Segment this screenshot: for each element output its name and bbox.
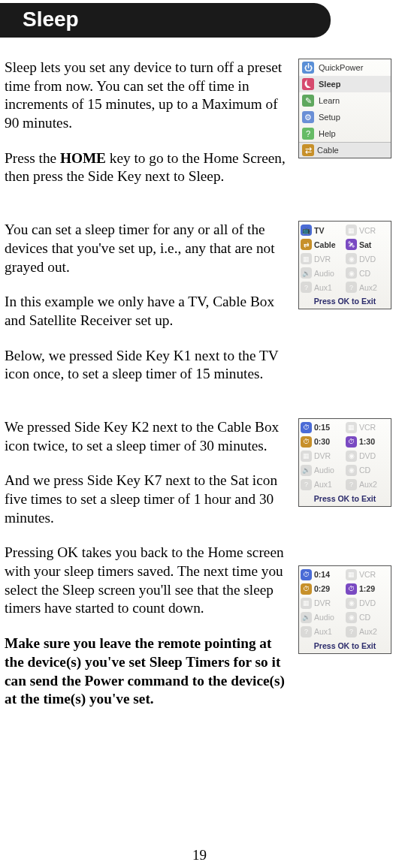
grid-row: ?Aux1?Aux2 xyxy=(301,625,389,639)
ok-footer: Press OK to Exit xyxy=(299,492,391,506)
ok-footer: Press OK to Exit xyxy=(299,294,391,309)
grid-cell-label: Cable xyxy=(314,240,336,249)
grid-cell-icon: ⏱ xyxy=(346,436,357,448)
grid-row: 🔊Audio◉CD xyxy=(301,610,389,625)
grid-row: ⇄Cable🛰Sat xyxy=(301,237,389,252)
menu-item: ⏾Sleep xyxy=(299,76,391,92)
menu-footer: ⇄Cable xyxy=(299,142,391,158)
section-3-text: We pressed Side Key K2 next to the Cable… xyxy=(5,418,298,725)
grid-cell: 🔊Audio xyxy=(301,465,344,476)
grid-cell-icon: ⏱ xyxy=(301,583,312,595)
menu-item-icon: ⏾ xyxy=(302,78,314,90)
grid-cell-icon: ▦ xyxy=(346,225,357,236)
section-2-figure: 📺TV▦VCR⇄Cable🛰Sat▦DVR◉DVD🔊Audio◉CD?Aux1?… xyxy=(298,221,393,326)
grid-cell: 🔊Audio xyxy=(301,612,344,623)
grid-cell-label: Audio xyxy=(314,269,334,278)
grid-cell-icon: 🛰 xyxy=(346,239,357,250)
grid-cell: ▦VCR xyxy=(346,422,389,433)
grid-cell-icon: ⏱ xyxy=(301,422,312,433)
grid-row: ▦DVR◉DVD xyxy=(301,596,389,610)
grid-row: 🔊Audio◉CD xyxy=(301,463,389,478)
ok-footer: Press OK to Exit xyxy=(299,639,391,653)
grid-cell: ⏱1:29 xyxy=(346,583,389,595)
grid-row: ▦DVR◉DVD xyxy=(301,449,389,463)
s1-p2: Press the HOME key to go to the Home Scr… xyxy=(5,149,292,186)
grid-cell-icon: ? xyxy=(301,479,312,490)
menu-item-icon: ⏻ xyxy=(302,62,314,74)
grid-cell: ⏱0:29 xyxy=(301,583,344,595)
grid-cell-icon: ▦ xyxy=(301,451,312,462)
grid-cell: ⇄Cable xyxy=(301,239,344,250)
grid-row: ⏱0:15▦VCR xyxy=(301,420,389,435)
grid-cell: ?Aux2 xyxy=(346,479,389,490)
grid-cell-label: Audio xyxy=(314,466,334,475)
grid-cell-icon: 🔊 xyxy=(301,267,312,279)
grid-cell: ▦DVR xyxy=(301,253,344,264)
device-grid-screenshot: 📺TV▦VCR⇄Cable🛰Sat▦DVR◉DVD🔊Audio◉CD?Aux1?… xyxy=(298,221,391,309)
grid-cell-icon: ? xyxy=(346,282,357,293)
grid-cell-icon: ▦ xyxy=(301,253,312,264)
menu-item-label: Learn xyxy=(319,96,340,105)
grid-cell-label: DVR xyxy=(314,598,331,607)
grid-cell-label: CD xyxy=(359,269,370,278)
grid-cell-label: Aux2 xyxy=(359,283,377,292)
grid-cell-label: VCR xyxy=(359,570,376,579)
timer-grid-screenshot-b: ⏱0:14▦VCR⏱0:29⏱1:29▦DVR◉DVD🔊Audio◉CD?Aux… xyxy=(298,565,391,654)
footer-label: Cable xyxy=(317,146,339,155)
section-1: Sleep lets you set any device to turn of… xyxy=(5,59,393,203)
grid-cell-icon: ⏱ xyxy=(346,583,357,595)
grid-cell-label: 0:15 xyxy=(314,423,330,432)
home-key-label: HOME xyxy=(60,150,106,166)
grid-cell-icon: ? xyxy=(301,282,312,293)
menu-item-label: Help xyxy=(319,129,336,138)
menu-item: ⚙Setup xyxy=(299,109,391,125)
grid-cell-label: DVR xyxy=(314,451,331,460)
grid-cell-icon: 🔊 xyxy=(301,465,312,476)
menu-item-icon: ⚙ xyxy=(302,111,314,123)
grid-cell: ⏱0:30 xyxy=(301,436,344,448)
grid-cell: ▦VCR xyxy=(346,569,389,580)
grid-row: ▦DVR◉DVD xyxy=(301,252,389,266)
grid-cell-label: VCR xyxy=(359,226,376,235)
section-1-figure: ⏻QuickPower⏾Sleep✎Learn⚙Setup?Help⇄Cable xyxy=(298,59,393,175)
grid-cell-label: 1:29 xyxy=(359,584,375,593)
grid-cell-icon: ? xyxy=(301,626,312,637)
timer-grid-screenshot-a: ⏱0:15▦VCR⏱0:30⏱1:30▦DVR◉DVD🔊Audio◉CD?Aux… xyxy=(298,418,391,507)
grid-cell: ▦DVR xyxy=(301,451,344,462)
grid-cell-label: Sat xyxy=(359,240,371,249)
menu-item: ⏻QuickPower xyxy=(299,59,391,76)
grid-cell: 🔊Audio xyxy=(301,267,344,279)
grid-cell: ⏱0:14 xyxy=(301,569,344,580)
menu-item-icon: ✎ xyxy=(302,95,314,107)
s3-p2: And we press Side Key K7 next to the Sat… xyxy=(5,472,292,527)
grid-cell-label: DVD xyxy=(359,451,376,460)
grid-cell-label: DVR xyxy=(314,255,331,264)
section-3: We pressed Side Key K2 next to the Cable… xyxy=(5,418,393,725)
grid-cell-icon: ⇄ xyxy=(301,239,312,250)
grid-cell-icon: ◉ xyxy=(346,253,357,264)
grid-cell: ◉DVD xyxy=(346,598,389,609)
section-3-figure: ⏱0:15▦VCR⏱0:30⏱1:30▦DVR◉DVD🔊Audio◉CD?Aux… xyxy=(298,418,393,671)
grid-cell-label: CD xyxy=(359,466,370,475)
menu-item-label: Setup xyxy=(319,113,340,122)
s1-p1: Sleep lets you set any device to turn of… xyxy=(5,59,292,133)
home-menu-screenshot: ⏻QuickPower⏾Sleep✎Learn⚙Setup?Help⇄Cable xyxy=(298,59,391,158)
grid-cell-icon: ◉ xyxy=(346,598,357,609)
grid-row: ?Aux1?Aux2 xyxy=(301,478,389,492)
grid-cell-label: CD xyxy=(359,613,370,622)
grid-cell-icon: ▦ xyxy=(346,422,357,433)
grid-cell-icon: 🔊 xyxy=(301,612,312,623)
grid-cell-icon: 📺 xyxy=(301,225,312,236)
section-2-text: You can set a sleep timer for any or all… xyxy=(5,221,298,400)
grid-row: ⏱0:29⏱1:29 xyxy=(301,582,389,596)
grid-cell: ?Aux1 xyxy=(301,282,344,293)
grid-cell-icon: ⏱ xyxy=(301,569,312,580)
section-1-text: Sleep lets you set any device to turn of… xyxy=(5,59,298,203)
grid-cell: 🛰Sat xyxy=(346,239,389,250)
grid-cell-icon: ? xyxy=(346,479,357,490)
s2-p2: In this example we only have a TV, Cable… xyxy=(5,293,292,330)
grid-cell: ◉CD xyxy=(346,267,389,279)
menu-item-icon: ? xyxy=(302,128,314,140)
grid-cell-icon: ? xyxy=(346,626,357,637)
grid-cell: ▦VCR xyxy=(346,225,389,236)
